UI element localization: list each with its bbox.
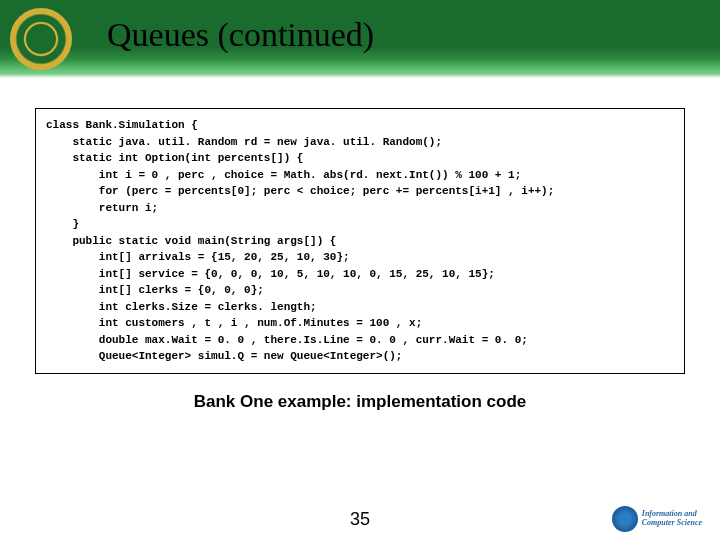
code-line: return i; <box>46 202 158 214</box>
dept-name: Information and Computer Science <box>642 510 702 528</box>
code-block: class Bank.Simulation { static java. uti… <box>35 108 685 374</box>
page-number: 35 <box>350 509 370 530</box>
code-line: int clerks.Size = clerks. length; <box>46 301 317 313</box>
slide-title: Queues (continued) <box>107 16 374 54</box>
caption: Bank One example: implementation code <box>0 392 720 412</box>
code-line: public static void main(String args[]) { <box>46 235 336 247</box>
dept-logo: Information and Computer Science <box>612 506 702 532</box>
slide-header: Queues (continued) <box>0 0 720 78</box>
code-line: Queue<Integer> simul.Q = new Queue<Integ… <box>46 350 402 362</box>
code-line: for (perc = percents[0]; perc < choice; … <box>46 185 554 197</box>
slide-footer: 35 Information and Computer Science <box>0 509 720 530</box>
code-line: class Bank.Simulation { <box>46 119 198 131</box>
code-line: double max.Wait = 0. 0 , there.Is.Line =… <box>46 334 528 346</box>
code-line: int[] service = {0, 0, 0, 10, 5, 10, 10,… <box>46 268 495 280</box>
university-logo <box>10 8 72 70</box>
dept-badge-icon <box>612 506 638 532</box>
code-line: } <box>46 218 79 230</box>
code-line: static java. util. Random rd = new java.… <box>46 136 442 148</box>
code-line: static int Option(int percents[]) { <box>46 152 303 164</box>
code-line: int i = 0 , perc , choice = Math. abs(rd… <box>46 169 521 181</box>
code-line: int[] arrivals = {15, 20, 25, 10, 30}; <box>46 251 350 263</box>
code-line: int customers , t , i , num.Of.Minutes =… <box>46 317 422 329</box>
code-line: int[] clerks = {0, 0, 0}; <box>46 284 264 296</box>
